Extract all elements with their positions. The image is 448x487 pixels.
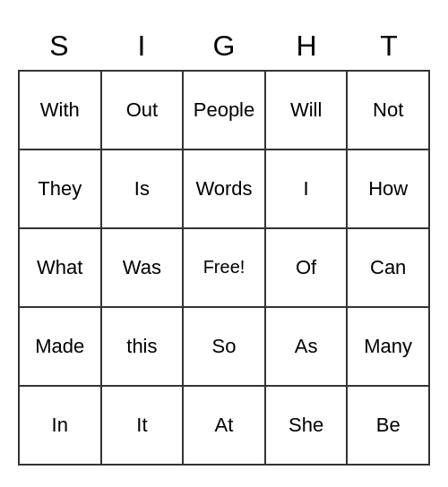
cell-r4-c1[interactable]: It: [102, 387, 185, 466]
cell-r1-c0[interactable]: They: [20, 150, 102, 229]
cell-r2-c0[interactable]: What: [20, 229, 102, 308]
header-col-g: G: [183, 22, 265, 70]
bingo-header: SIGHT: [18, 22, 430, 70]
cell-r3-c2[interactable]: So: [184, 308, 266, 387]
cell-r0-c2[interactable]: People: [184, 72, 266, 150]
cell-r2-c1[interactable]: Was: [102, 229, 185, 308]
cell-r4-c3[interactable]: She: [266, 387, 349, 466]
cell-r2-c2[interactable]: Free!: [184, 229, 266, 308]
cell-r4-c4[interactable]: Be: [348, 387, 430, 466]
bingo-grid: WithOutPeopleWillNotTheyIsWordsIHowWhatW…: [18, 70, 430, 466]
cell-r1-c2[interactable]: Words: [184, 150, 266, 229]
header-col-h: H: [265, 22, 348, 70]
cell-r0-c0[interactable]: With: [20, 72, 102, 150]
cell-r0-c1[interactable]: Out: [102, 72, 185, 150]
bingo-card: SIGHT WithOutPeopleWillNotTheyIsWordsIHo…: [18, 22, 430, 466]
cell-r4-c0[interactable]: In: [20, 387, 102, 466]
header-col-i: I: [100, 22, 183, 70]
cell-r1-c4[interactable]: How: [348, 150, 430, 229]
cell-r3-c3[interactable]: As: [266, 308, 349, 387]
cell-r3-c4[interactable]: Many: [348, 308, 430, 387]
cell-r2-c3[interactable]: Of: [266, 229, 349, 308]
cell-r0-c4[interactable]: Not: [348, 72, 430, 150]
cell-r4-c2[interactable]: At: [184, 387, 266, 466]
cell-r1-c3[interactable]: I: [266, 150, 349, 229]
cell-r0-c3[interactable]: Will: [266, 72, 349, 150]
header-col-t: T: [348, 22, 430, 70]
cell-r3-c0[interactable]: Made: [20, 308, 102, 387]
cell-r3-c1[interactable]: this: [102, 308, 185, 387]
cell-r1-c1[interactable]: Is: [102, 150, 185, 229]
header-col-s: S: [18, 22, 100, 70]
cell-r2-c4[interactable]: Can: [348, 229, 430, 308]
